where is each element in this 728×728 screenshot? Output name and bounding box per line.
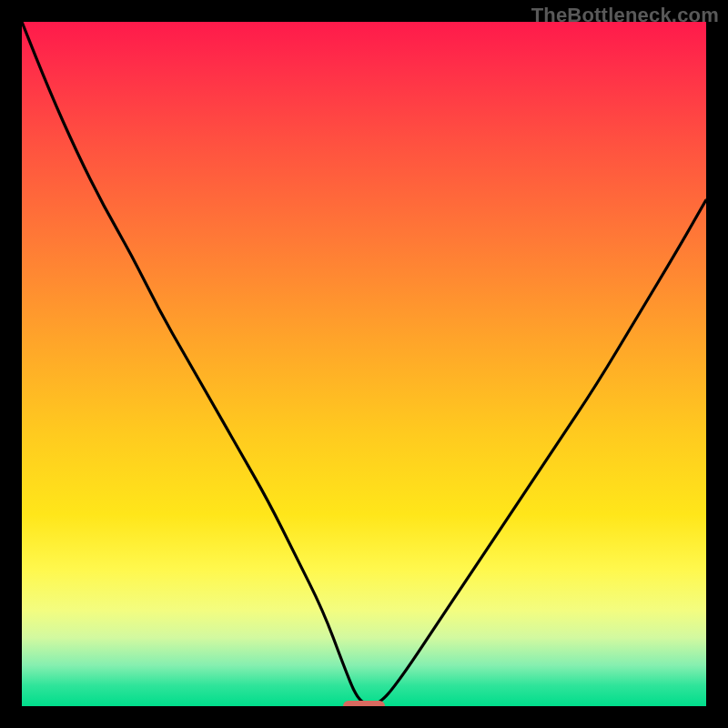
curve-svg <box>22 22 706 706</box>
plot-area <box>22 22 706 706</box>
minimum-marker <box>343 701 384 706</box>
bottleneck-curve <box>22 22 706 704</box>
chart-frame: TheBottleneck.com <box>0 0 728 728</box>
watermark-text: TheBottleneck.com <box>531 4 719 27</box>
